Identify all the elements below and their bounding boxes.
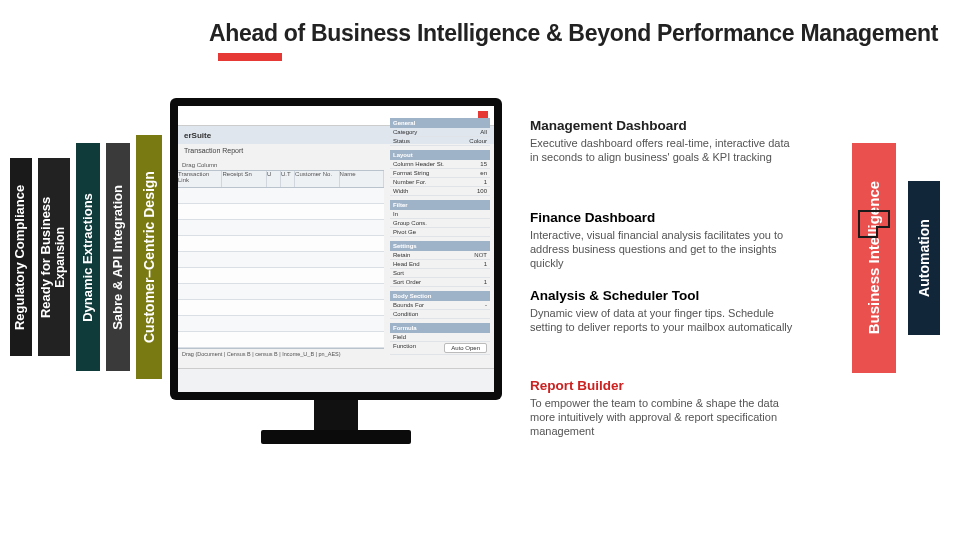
col-header: Receipt Sn: [222, 171, 266, 187]
prop-row: StatusColour: [390, 137, 490, 146]
feature-heading: Finance Dashboard: [530, 210, 800, 225]
properties-panel: General CategoryAll StatusColour Layout …: [390, 114, 490, 355]
feature-body: Executive dashboard offers real-time, in…: [530, 137, 800, 165]
feature-body: Dynamic view of data at your finger tips…: [530, 307, 800, 335]
feature-analysis-scheduler: Analysis & Scheduler Tool Dynamic view o…: [530, 288, 800, 335]
col-header: Transaction Link: [178, 171, 222, 187]
prop-row: Format Stringen: [390, 169, 490, 178]
prop-row: Condition: [390, 310, 490, 319]
grid-row: [178, 236, 384, 252]
col-header: U: [267, 171, 281, 187]
tab-sabre-api: Sabre & API Integration: [106, 143, 130, 371]
tab-label: Regulatory Compliance: [14, 184, 29, 329]
panel-section-header: General: [390, 118, 490, 128]
monitor-bezel: erSuite Transaction Report Drag Column T…: [170, 98, 502, 400]
pillar-label: Automation: [916, 219, 932, 297]
panel-section-header: Formula: [390, 323, 490, 333]
prop-row: Pivot Ge: [390, 228, 490, 237]
feature-management-dashboard: Management Dashboard Executive dashboard…: [530, 118, 800, 165]
prop-row: Column Header St.15: [390, 160, 490, 169]
tab-label: Dynamic Extractions: [81, 193, 96, 322]
grid-header: Transaction Link Receipt Sn U U.T Custom…: [178, 170, 384, 188]
col-header: Name: [340, 171, 384, 187]
prop-row: Group Cons.: [390, 219, 490, 228]
grid-row: [178, 284, 384, 300]
grid-footer-hint: Drag (Document | Census B | census B | I…: [178, 348, 384, 359]
tab-customer-centric: Customer–Centric Design: [136, 135, 162, 379]
monitor-stand-base: [261, 430, 411, 444]
tab-dynamic-extractions: Dynamic Extractions: [76, 143, 100, 371]
tab-label: Sabre & API Integration: [111, 185, 126, 330]
feature-heading: Report Builder: [530, 378, 800, 393]
pillar-business-intelligence: Business Intelligence: [852, 143, 896, 373]
status-bar: [178, 368, 494, 392]
col-header: U.T: [281, 171, 295, 187]
tab-regulatory-compliance: Regulatory Compliance: [10, 158, 32, 356]
monitor-stand-neck: [314, 400, 358, 430]
grid-row: [178, 316, 384, 332]
prop-row: CategoryAll: [390, 128, 490, 137]
prop-row: Bounds For-: [390, 301, 490, 310]
grid-row: [178, 220, 384, 236]
prop-row: RetainNOT: [390, 251, 490, 260]
grid-row: [178, 300, 384, 316]
grid-row: [178, 268, 384, 284]
prop-row: Sort: [390, 269, 490, 278]
tab-label: Ready for BusinessExpansion: [40, 196, 69, 317]
prop-row: In: [390, 210, 490, 219]
feature-finance-dashboard: Finance Dashboard Interactive, visual fi…: [530, 210, 800, 270]
grid-row: [178, 332, 384, 348]
feature-heading: Analysis & Scheduler Tool: [530, 288, 800, 303]
col-header: Customer No.: [295, 171, 339, 187]
prop-row: Sort Order1: [390, 278, 490, 287]
title-accent: [218, 53, 282, 61]
grid-row: [178, 204, 384, 220]
prop-row: Head End1: [390, 260, 490, 269]
prop-row: Width100: [390, 187, 490, 196]
panel-section-header: Filter: [390, 200, 490, 210]
app-screenshot: erSuite Transaction Report Drag Column T…: [178, 106, 494, 392]
panel-section-header: Body Section: [390, 291, 490, 301]
prop-row: FunctionAuto Open: [390, 342, 490, 355]
feature-heading: Management Dashboard: [530, 118, 800, 133]
slide-title: Ahead of Business Intelligence & Beyond …: [209, 20, 938, 47]
grid-row: [178, 252, 384, 268]
monitor-mockup: erSuite Transaction Report Drag Column T…: [170, 98, 502, 450]
panel-section-header: Layout: [390, 150, 490, 160]
pillar-label: Business Intelligence: [865, 181, 882, 334]
grid-row: [178, 188, 384, 204]
grid-drag-hint: Drag Column: [178, 160, 384, 170]
feature-body: Interactive, visual financial analysis f…: [530, 229, 800, 270]
prop-row: Number For.1: [390, 178, 490, 187]
tab-ready-for-business: Ready for BusinessExpansion: [38, 158, 70, 356]
report-grid: Drag Column Transaction Link Receipt Sn …: [178, 160, 384, 366]
feature-report-builder: Report Builder To empower the team to co…: [530, 378, 800, 438]
tab-label: Customer–Centric Design: [141, 171, 157, 343]
panel-section-header: Settings: [390, 241, 490, 251]
prop-row: Field: [390, 333, 490, 342]
pillar-automation: Automation: [908, 181, 940, 335]
feature-body: To empower the team to combine & shape t…: [530, 397, 800, 438]
dashboard-icon: [858, 210, 890, 238]
